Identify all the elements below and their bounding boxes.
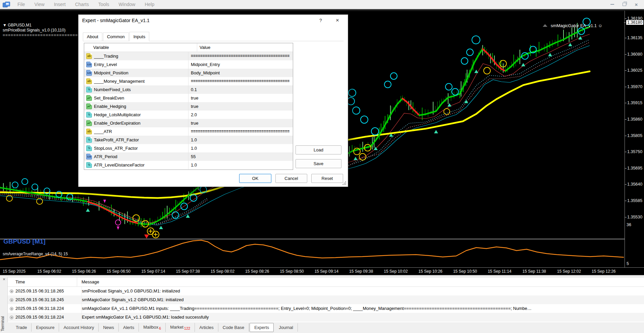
param-name: ATR_LevelDistanceFactor <box>94 161 188 169</box>
tab-experts[interactable]: Experts <box>250 323 274 332</box>
terminal-close-button[interactable]: × <box>2 277 6 282</box>
param-value[interactable]: true <box>188 94 293 102</box>
journal-entry-icon <box>10 316 13 319</box>
inputs-table-header: Variable Value <box>84 43 293 52</box>
param-value[interactable]: true <box>188 119 293 127</box>
tab-exposure[interactable]: Exposure <box>32 323 59 332</box>
journal-header-time[interactable]: Time <box>15 277 25 286</box>
dialog-help-button[interactable]: ? <box>317 17 324 24</box>
tab-journal[interactable]: Journal <box>274 323 298 332</box>
cancel-button[interactable]: Cancel <box>275 174 307 183</box>
table-row[interactable]: ab ____ATR =============================… <box>84 127 293 136</box>
window-close-button[interactable]: × <box>632 1 641 8</box>
reset-button[interactable]: Reset <box>311 174 343 183</box>
table-row[interactable]: ab ____Money_Management ================… <box>84 77 293 85</box>
menu-item-help[interactable]: Help <box>140 2 159 7</box>
journal-message: smPriceBoat Signals_v1.0 GBPUSD,M1: init… <box>82 287 643 295</box>
param-value[interactable]: 1.0 <box>188 144 293 152</box>
column-header-value[interactable]: Value <box>197 43 293 52</box>
param-name: ____Trading <box>94 52 188 60</box>
param-value[interactable]: 0.1 <box>188 85 293 94</box>
dialog-close-button[interactable]: × <box>333 16 342 24</box>
tab-market[interactable]: Market 122 <box>166 323 195 332</box>
param-value[interactable]: ========================================… <box>188 77 293 85</box>
menu-item-file[interactable]: File <box>13 2 30 7</box>
symbol-dropdown-icon[interactable]: ▼ <box>3 23 7 27</box>
price-label: 1.35860 <box>627 117 642 122</box>
dialog-tab-about[interactable]: About <box>83 32 102 41</box>
load-button[interactable]: Load <box>296 145 341 154</box>
table-row[interactable]: 123 Midpoint_Position Body_Midpoint <box>84 69 293 77</box>
menu-item-tools[interactable]: Tools <box>94 2 114 7</box>
tab-articles[interactable]: Articles <box>195 323 218 332</box>
param-name: Entry_Level <box>94 60 188 69</box>
table-row[interactable]: ½ ATR_LevelDistanceFactor 1.0 <box>84 161 293 169</box>
column-header-variable[interactable]: Variable <box>84 43 197 52</box>
journal-row[interactable]: 2025.09.15 06:31:18.224 smMagicGator EA_… <box>8 304 644 313</box>
journal-row[interactable]: 2025.09.15 06:31:18.224 Expert smMagicGa… <box>8 313 644 322</box>
window-controls: × <box>608 1 644 8</box>
chart-watermark: GBPUSD [M1] <box>3 238 46 245</box>
menu-item-charts[interactable]: Charts <box>70 2 94 7</box>
table-row[interactable]: ab ____Trading =========================… <box>84 52 293 60</box>
dialog-tab-common[interactable]: Common <box>103 32 129 41</box>
table-row[interactable]: Enable_OrderExpiration true <box>84 119 293 127</box>
window-minimize-button[interactable] <box>608 1 616 8</box>
chart-type-icon <box>86 120 92 126</box>
param-value[interactable]: Midpoint_Entry <box>188 60 293 69</box>
param-value[interactable]: 2.0 <box>188 111 293 119</box>
journal-row[interactable]: 2025.09.15 06:31:18.265 smPriceBoat Sign… <box>8 287 644 295</box>
resize-grip[interactable] <box>342 181 346 185</box>
price-scale[interactable]: 36 5 1.361901.361801.361351.360801.36025… <box>625 11 644 267</box>
param-value[interactable]: Body_Midpoint <box>188 69 293 77</box>
price-label: 1.35750 <box>627 149 642 154</box>
window-restore-button[interactable] <box>620 1 629 8</box>
menu-item-window[interactable]: Window <box>114 2 140 7</box>
time-label: 15 Sep 07:38 <box>176 269 200 274</box>
param-name: Enable_OrderExpiration <box>94 119 188 127</box>
time-label: 15 Sep 06:26 <box>72 269 96 274</box>
table-row[interactable]: 123 Entry_Level Midpoint_Entry <box>84 60 293 69</box>
time-label: 15 Sep 12:26 <box>592 269 615 274</box>
table-row[interactable]: ½ TakeProfit_ATR_Factor 1.0 <box>84 136 293 144</box>
table-row[interactable]: Enable_Hedging true <box>84 102 293 111</box>
journal-entry-icon <box>10 307 13 311</box>
table-row[interactable]: ½ Hedge_LotsMultiplicator 2.0 <box>84 111 293 119</box>
menu-item-insert[interactable]: Insert <box>49 2 70 7</box>
table-row[interactable]: 123 ATR_Period 55 <box>84 152 293 161</box>
time-label: 15 Sep 10:02 <box>384 269 408 274</box>
table-row[interactable]: ½ StopLoss_ATR_Factor 1.0 <box>84 144 293 152</box>
param-value[interactable]: 1.0 <box>188 136 293 144</box>
smiley-icon[interactable]: ☺ <box>598 23 602 28</box>
tab-alerts[interactable]: Alerts <box>119 323 139 332</box>
badge: 122 <box>184 326 190 330</box>
tab-label: Journal <box>279 325 293 330</box>
save-button[interactable]: Save <box>296 159 341 168</box>
param-value[interactable]: 1.0 <box>188 161 293 169</box>
tab-news[interactable]: News <box>99 323 119 332</box>
price-label: 1.36080 <box>627 52 642 57</box>
time-axis[interactable]: 15 Sep 202515 Sep 06:0215 Sep 06:2615 Se… <box>0 267 644 275</box>
param-value[interactable]: ========================================… <box>188 127 293 136</box>
tab-trade[interactable]: Trade <box>11 323 32 332</box>
ab-type-icon: ab <box>86 78 92 84</box>
table-row[interactable]: Set_BreakEven true <box>84 94 293 102</box>
journal-row[interactable]: 2025.09.15 06:31:18.245 smMagicGator Sig… <box>8 295 644 304</box>
tab-code-base[interactable]: Code Base <box>218 323 249 332</box>
terminal-vertical-label[interactable]: Terminal <box>0 303 5 331</box>
param-value[interactable]: ========================================… <box>188 52 293 60</box>
journal-rows: 2025.09.15 06:31:18.265 smPriceBoat Sign… <box>8 287 644 322</box>
param-name: StopLoss_ATR_Factor <box>94 144 188 152</box>
param-value[interactable]: true <box>188 102 293 111</box>
time-label: 15 Sep 10:50 <box>453 269 477 274</box>
param-value[interactable]: 55 <box>188 152 293 161</box>
tab-account-history[interactable]: Account History <box>59 323 99 332</box>
tab-mailbox[interactable]: Mailbox 6 <box>139 323 166 332</box>
dialog-tab-inputs[interactable]: Inputs <box>129 32 149 41</box>
journal-header-message[interactable]: Message <box>82 277 99 286</box>
table-row[interactable]: ½ NumberFixed_Lots 0.1 <box>84 85 293 94</box>
tab-label: Experts <box>254 325 269 330</box>
ok-button[interactable]: OK <box>239 174 271 183</box>
half-type-icon: ½ <box>86 87 92 92</box>
menu-item-view[interactable]: View <box>30 2 49 7</box>
